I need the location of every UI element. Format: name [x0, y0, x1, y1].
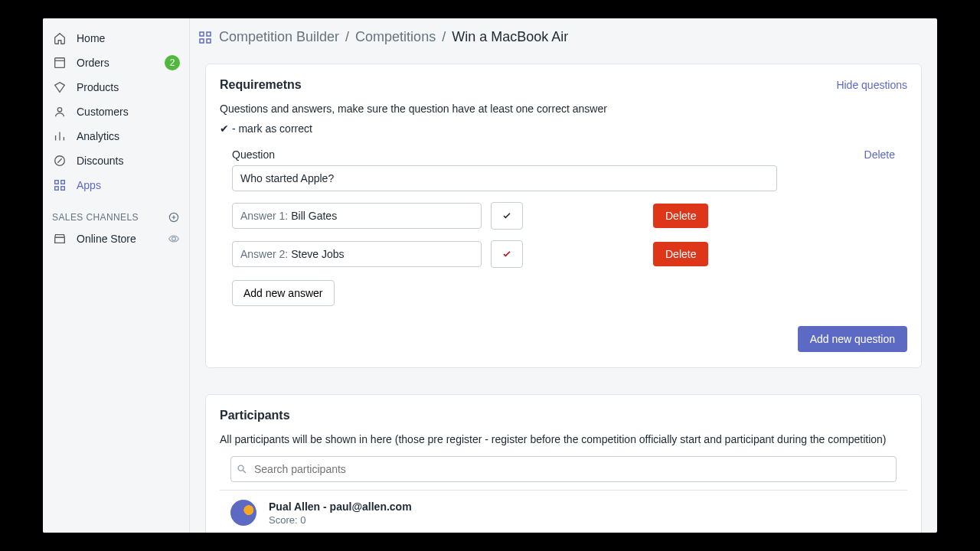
store-icon	[52, 231, 67, 246]
participant-name: Pual Allen - paul@allen.com	[269, 500, 412, 513]
nav-home[interactable]: Home	[43, 26, 189, 51]
answer-value: Steve Jobs	[291, 248, 344, 260]
answer-prefix: Answer 2:	[240, 248, 288, 260]
svg-rect-11	[200, 39, 204, 43]
home-icon	[52, 31, 67, 46]
svg-rect-0	[55, 58, 65, 68]
breadcrumb-link-competitions[interactable]: Competitions	[355, 29, 436, 45]
nav-label: Home	[77, 32, 180, 44]
orders-badge: 2	[165, 55, 180, 70]
search-participants-input[interactable]	[230, 456, 897, 482]
participant-row[interactable]: Pual Allen - paul@allen.com Score: 0	[220, 490, 907, 533]
requirements-title: Requiremetns	[220, 78, 302, 92]
mark-correct-button[interactable]	[491, 240, 523, 268]
svg-rect-4	[61, 181, 65, 184]
discounts-icon	[52, 153, 67, 168]
participants-title: Participants	[220, 409, 907, 422]
answer-value: Bill Gates	[291, 210, 337, 222]
delete-answer-button[interactable]: Delete	[653, 204, 708, 228]
breadcrumb-sep: /	[442, 29, 446, 45]
nav-discounts[interactable]: Discounts	[43, 148, 189, 173]
nav-label: Customers	[77, 106, 180, 118]
sales-channels-heading: SALES CHANNELS	[43, 197, 189, 227]
nav-orders[interactable]: Orders 2	[43, 51, 189, 75]
breadcrumb-current: Win a MacBook Air	[452, 29, 568, 45]
svg-point-13	[238, 465, 243, 471]
nav-customers[interactable]: Customers	[43, 99, 189, 124]
svg-rect-5	[55, 187, 59, 191]
nav-label: Apps	[77, 179, 180, 191]
section-heading-label: SALES CHANNELS	[52, 212, 139, 223]
nav-apps[interactable]: Apps	[43, 173, 189, 197]
search-icon	[237, 464, 247, 474]
analytics-icon	[52, 129, 67, 144]
mark-correct-button[interactable]	[491, 202, 523, 230]
hide-questions-link[interactable]: Hide questions	[836, 79, 907, 91]
delete-answer-button[interactable]: Delete	[653, 242, 708, 266]
view-store-icon[interactable]	[168, 233, 180, 245]
sidebar: Home Orders 2 Products Customers Analyti…	[43, 18, 190, 533]
svg-rect-9	[200, 32, 204, 36]
svg-point-1	[57, 108, 61, 112]
products-icon	[52, 80, 67, 95]
question-label: Question	[232, 148, 275, 161]
breadcrumb-link-builder[interactable]: Competition Builder	[219, 29, 339, 45]
apps-breadcrumb-icon	[198, 30, 213, 45]
svg-rect-3	[55, 181, 59, 184]
breadcrumb: Competition Builder / Competitions / Win…	[190, 18, 937, 51]
add-answer-button[interactable]: Add new answer	[232, 280, 335, 306]
nav-label: Orders	[77, 57, 155, 69]
main-content: Competition Builder / Competitions / Win…	[190, 18, 937, 533]
answer-input[interactable]: Answer 2: Steve Jobs	[232, 241, 482, 267]
question-block: Question Delete Answer 1: Bill Gates Del…	[220, 148, 907, 306]
answer-row: Answer 1: Bill Gates Delete	[232, 202, 895, 230]
customers-icon	[52, 104, 67, 119]
answer-row: Answer 2: Steve Jobs Delete	[232, 240, 895, 268]
add-question-button[interactable]: Add new question	[798, 326, 907, 352]
svg-rect-10	[207, 32, 211, 36]
nav-label: Discounts	[77, 155, 180, 167]
breadcrumb-sep: /	[345, 29, 349, 45]
nav-label: Products	[77, 81, 180, 93]
participants-card: Participants All participants will be sh…	[205, 394, 922, 533]
nav-products[interactable]: Products	[43, 75, 189, 99]
delete-question-link[interactable]: Delete	[864, 148, 895, 161]
requirements-hint: ✔ - mark as correct	[220, 122, 907, 135]
participants-desc: All participants will be shown in here (…	[220, 433, 907, 445]
add-channel-icon[interactable]	[168, 211, 180, 223]
nav-online-store[interactable]: Online Store	[43, 227, 189, 251]
nav-label: Online Store	[77, 233, 158, 245]
svg-point-8	[172, 237, 176, 241]
participant-score: Score: 0	[269, 514, 412, 526]
question-input[interactable]	[232, 165, 777, 191]
requirements-card: Requiremetns Hide questions Questions an…	[205, 64, 922, 368]
orders-icon	[52, 55, 67, 70]
answer-input[interactable]: Answer 1: Bill Gates	[232, 203, 482, 229]
apps-icon	[52, 178, 67, 193]
svg-rect-6	[61, 187, 65, 191]
avatar	[230, 500, 256, 526]
requirements-desc: Questions and answers, make sure the que…	[220, 103, 907, 115]
nav-analytics[interactable]: Analytics	[43, 124, 189, 148]
nav-label: Analytics	[77, 130, 180, 142]
svg-rect-12	[207, 39, 211, 43]
answer-prefix: Answer 1:	[240, 210, 288, 222]
